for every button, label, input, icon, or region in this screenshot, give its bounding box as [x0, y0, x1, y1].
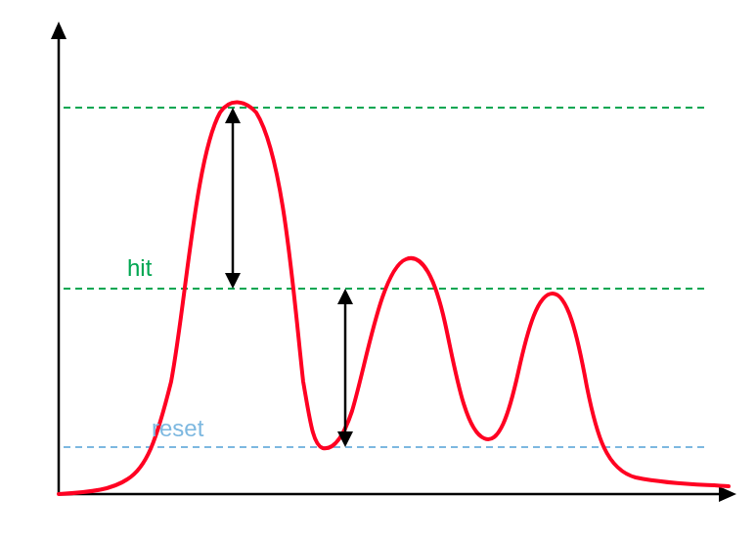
arrow-hit-span	[225, 108, 241, 289]
arrow-reset-span	[337, 289, 353, 447]
threshold-diagram: hit reset	[0, 0, 756, 543]
hit-label: hit	[127, 254, 152, 282]
reset-label: reset	[152, 415, 203, 442]
diagram-svg	[0, 0, 756, 543]
y-axis-arrow	[51, 22, 67, 39]
x-axis-arrow	[719, 486, 736, 502]
